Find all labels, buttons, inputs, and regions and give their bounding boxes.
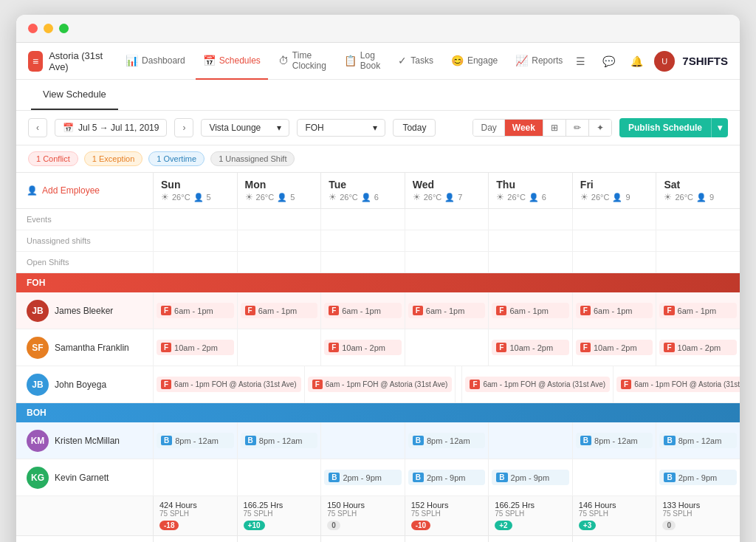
unassigned-filter[interactable]: 1 Unassigned Shift [210, 151, 295, 166]
shift-kristen-mon[interactable]: B 8pm - 12am [237, 422, 321, 459]
foh-section-label: FOH [16, 273, 740, 292]
chart-tue [320, 536, 405, 542]
emp-name-kevin: Kevin Garnett [55, 473, 109, 483]
emp-name-john: John Boyega [55, 380, 106, 390]
next-week-button[interactable]: › [174, 118, 193, 137]
shift-james-sun[interactable]: F 6am - 1pm [153, 292, 237, 329]
maximize-dot[interactable] [59, 24, 69, 33]
menu-icon[interactable]: ☰ [570, 51, 591, 72]
shift-kevin-mon[interactable] [237, 459, 321, 495]
pencil-view-button[interactable]: ✏ [566, 120, 589, 136]
brand[interactable]: ≡ Astoria (31st Ave) [28, 50, 103, 72]
cell [488, 252, 572, 272]
shift-james-fri[interactable]: F 6am - 1pm [572, 292, 656, 329]
chart-fri [572, 536, 656, 542]
shift-kristen-sun[interactable]: B 8pm - 12am [153, 422, 237, 459]
magic-view-button[interactable]: ✦ [589, 120, 611, 136]
cell [153, 230, 237, 251]
schedules-icon: 📅 [203, 55, 216, 66]
prev-week-button[interactable]: ‹ [28, 118, 47, 137]
shift-samantha-fri[interactable]: F 10am - 2pm [572, 329, 656, 366]
nav-logbook[interactable]: 📋 Log Book [337, 43, 388, 80]
shift-kevin-sat[interactable]: B 2pm - 9pm [656, 459, 740, 495]
nav-dashboard[interactable]: 📊 Dashboard [118, 43, 193, 80]
person-icon: 👤 [277, 193, 287, 202]
employee-info-kristen: KM Kristen McMillan [16, 422, 153, 459]
close-dot[interactable] [28, 24, 38, 33]
shift-james-mon[interactable]: F 6am - 1pm [237, 292, 321, 329]
shift-samantha-sat[interactable]: F 10am - 2pm [656, 329, 740, 366]
date-range[interactable]: 📅 Jul 5 → Jul 11, 2019 [55, 119, 167, 137]
nav-engage[interactable]: 😊 Engage [444, 43, 505, 80]
schedule-grid: 👤 Add Employee Sun ☀ 26°C 👤 5 Mon ☀ 26°C… [16, 173, 740, 542]
cell [405, 230, 489, 251]
shift-kristen-sat[interactable]: B 8pm - 12am [656, 422, 740, 459]
notification-icon[interactable]: 🔔 [626, 51, 647, 72]
shift-kristen-thu[interactable] [488, 422, 572, 459]
boh-section-header-row: BOH [16, 403, 740, 422]
nav-schedules[interactable]: 📅 Schedules [196, 43, 268, 80]
conflict-filter[interactable]: 1 Conflict [28, 151, 78, 166]
shift-john-thu[interactable]: F 6am - 1pm FOH @ Astoria (31st Ave) [613, 366, 740, 402]
today-button[interactable]: Today [393, 119, 436, 137]
stats-cell-wed: 152 Hours 75 SPLH -10 [405, 496, 489, 535]
day-view-button[interactable]: Day [473, 120, 504, 136]
shift-samantha-tue[interactable]: F 10am - 2pm [320, 329, 405, 366]
cell [237, 252, 321, 272]
week-view-button[interactable]: Week [505, 120, 543, 136]
shift-james-tue[interactable]: F 6am - 1pm [320, 292, 405, 329]
add-employee-button[interactable]: 👤 Add Employee [16, 173, 153, 208]
day-header-mon: Mon ☀ 26°C 👤 5 [237, 173, 321, 208]
avatar-james: JB [27, 300, 49, 322]
shift-kevin-fri[interactable] [572, 459, 656, 495]
cell [488, 209, 572, 230]
engage-icon: 😊 [451, 55, 464, 66]
shift-kevin-thu[interactable]: B 2pm - 9pm [488, 459, 572, 495]
shift-kevin-wed[interactable]: B 2pm - 9pm [405, 459, 489, 495]
publish-dropdown-arrow[interactable]: ▾ [711, 118, 728, 137]
exception-filter[interactable]: 1 Exception [84, 151, 142, 166]
shift-kevin-tue[interactable]: B 2pm - 9pm [320, 459, 405, 495]
stats-cell-sun: 424 Hours 75 SPLH -18 [153, 496, 237, 535]
nav-timeclocking[interactable]: ⏱ Time Clocking [271, 43, 334, 80]
minimize-dot[interactable] [44, 24, 53, 33]
shift-kevin-sun[interactable] [153, 459, 237, 495]
shift-samantha-sun[interactable]: F 10am - 2pm [153, 329, 237, 366]
brand-name: Astoria (31st Ave) [49, 50, 103, 72]
shift-samantha-mon[interactable] [237, 329, 321, 366]
department-select[interactable]: FOH ▾ [297, 119, 385, 137]
cell [320, 209, 405, 230]
sun-icon: ☀ [413, 192, 421, 202]
events-row: Events [16, 209, 740, 230]
cell [320, 230, 405, 251]
overtime-filter[interactable]: 1 Overtime [148, 151, 205, 166]
cell [153, 252, 237, 272]
shift-samantha-wed[interactable] [405, 329, 489, 366]
user-avatar[interactable]: U [654, 51, 675, 72]
shift-james-wed[interactable]: F 6am - 1pm [405, 292, 489, 329]
location-select[interactable]: Vista Lounge ▾ [201, 119, 289, 137]
shift-john-mon[interactable]: F 6am - 1pm FOH @ Astoria (31st Ave) [304, 366, 456, 402]
avatar-samantha: SF [27, 337, 49, 359]
shift-kristen-tue[interactable] [320, 422, 405, 459]
grid-view-button[interactable]: ⊞ [543, 120, 566, 136]
shift-john-wed[interactable]: F 6am - 1pm FOH @ Astoria (31st Ave) [461, 366, 613, 402]
employee-row-samantha: SF Samantha Franklin F 10am - 2pm F 10am… [16, 329, 740, 366]
shift-samantha-thu[interactable]: F 10am - 2pm [488, 329, 572, 366]
shift-james-sat[interactable]: F 6am - 1pm [656, 292, 740, 329]
shift-john-sun[interactable]: F 6am - 1pm FOH @ Astoria (31st Ave) [153, 366, 304, 402]
shift-john-tue[interactable] [455, 366, 461, 402]
shift-kristen-wed[interactable]: B 8pm - 12am [405, 422, 489, 459]
nav-tasks[interactable]: ✓ Tasks [391, 43, 441, 80]
nav-reports[interactable]: 📈 Reports [508, 43, 570, 80]
cell [405, 209, 489, 230]
chat-icon[interactable]: 💬 [598, 51, 619, 72]
cell [488, 230, 572, 251]
emp-name-samantha: Samantha Franklin [55, 343, 129, 353]
tab-view-schedule[interactable]: View Schedule [31, 80, 118, 110]
shift-kristen-fri[interactable]: B 8pm - 12am [572, 422, 656, 459]
publish-schedule-button[interactable]: Publish Schedule ▾ [619, 118, 728, 137]
shift-james-thu[interactable]: F 6am - 1pm [488, 292, 572, 329]
sun-icon: ☀ [329, 192, 337, 202]
stats-cell-thu: 166.25 Hrs 75 SPLH +2 [488, 496, 572, 535]
